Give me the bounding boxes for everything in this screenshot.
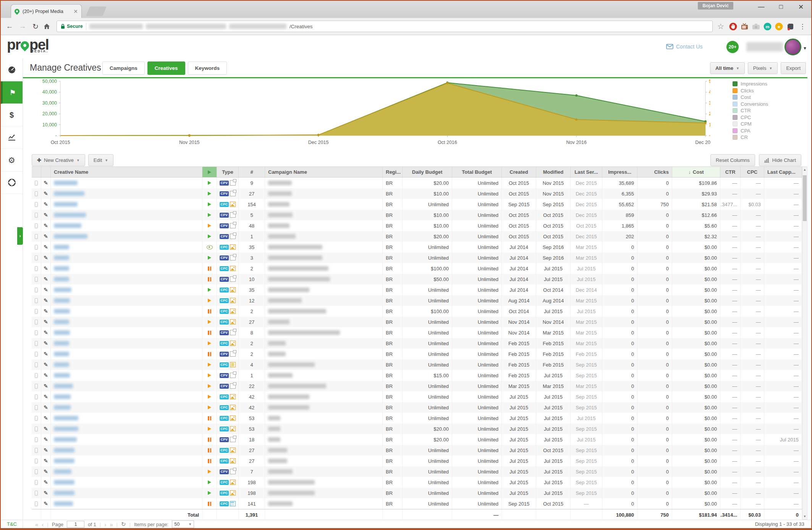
table-row[interactable]: ✎CPC53BR$20.00UnlimitedJul 2015Jul 2015S… [32,423,802,434]
row-edit-button[interactable]: ✎ [41,252,51,263]
evernote-extension-icon[interactable] [786,22,794,31]
legend-item-clicks[interactable]: Clicks [733,87,768,94]
column-header-daily[interactable]: Daily Budget [403,167,452,177]
row-status[interactable] [202,284,217,295]
table-row[interactable]: ✎CPC27BRUnlimitedUnlimitedNov 2014Nov 20… [32,317,802,327]
column-header-edit[interactable] [41,167,51,177]
row-status[interactable] [202,349,217,359]
column-header-ctr[interactable]: CTR [720,167,741,177]
campaign-name-redacted[interactable] [265,370,383,381]
row-status[interactable] [202,274,217,284]
row-edit-button[interactable]: ✎ [41,370,51,381]
column-header-total[interactable]: Total Budget [452,167,502,177]
row-edit-button[interactable]: ✎ [41,295,51,306]
row-status[interactable] [202,498,217,509]
campaign-name-redacted[interactable] [265,188,383,199]
row-edit-button[interactable]: ✎ [41,359,51,370]
legend-item-impressions[interactable]: Impressions [733,81,768,87]
creative-name-redacted[interactable] [51,210,202,220]
row-status[interactable] [202,178,217,188]
row-edit-button[interactable]: ✎ [41,199,51,210]
chart-canvas[interactable]: 50,00040,00030,00020,00010,000-500400300… [23,78,710,152]
scroll-down-icon[interactable]: ▼ [802,515,807,518]
last-page-icon[interactable]: » [110,521,113,528]
legend-item-cpa[interactable]: CPA [733,128,768,134]
creative-name-redacted[interactable] [51,220,202,231]
campaign-name-redacted[interactable] [265,317,383,327]
campaign-name-redacted[interactable] [265,220,383,231]
table-row[interactable]: ✎CPC198BRUnlimitedUnlimitedJul 2015Jul 2… [32,488,802,498]
sidebar-item-support[interactable] [1,171,23,194]
row-edit-button[interactable]: ✎ [41,263,51,274]
row-status[interactable] [202,210,217,220]
table-row[interactable]: ✎CPV48BR$10.00UnlimitedOct 2015Oct 2015O… [32,220,802,231]
new-tab-button[interactable] [86,6,107,16]
table-row[interactable]: ✎CPV1BR$15.00UnlimitedFeb 2015Jul 2015Se… [32,370,802,381]
creative-name-redacted[interactable] [51,338,202,349]
notification-badge[interactable]: 20+ [726,41,739,53]
row-checkbox[interactable] [32,466,41,477]
creative-name-redacted[interactable] [51,402,202,413]
row-status[interactable] [202,295,217,306]
row-edit-button[interactable]: ✎ [41,178,51,188]
row-edit-button[interactable]: ✎ [41,445,51,456]
row-checkbox[interactable] [32,498,41,509]
adblock-extension-icon[interactable] [729,22,737,31]
table-row[interactable]: ✎CPV3BRUnlimitedUnlimitedJul 2014Sep 201… [32,252,802,263]
table-row[interactable]: ✎CPV9BR$20.00UnlimitedOct 2015Nov 2015De… [32,178,802,188]
campaign-name-redacted[interactable] [265,242,383,252]
campaign-name-redacted[interactable] [265,402,383,413]
row-edit-button[interactable]: ✎ [41,456,51,466]
row-edit-button[interactable]: ✎ [41,188,51,199]
campaign-name-redacted[interactable] [265,413,383,423]
row-status[interactable] [202,338,217,349]
column-header-cpc[interactable]: CPC [741,167,764,177]
row-edit-button[interactable]: ✎ [41,242,51,252]
creative-name-redacted[interactable] [51,188,202,199]
sidebar-item-creatives[interactable]: ⚑ [1,81,23,104]
row-edit-button[interactable]: ✎ [41,434,51,445]
row-checkbox[interactable] [32,199,41,210]
row-edit-button[interactable]: ✎ [41,477,51,488]
row-status[interactable] [202,188,217,199]
column-header-impress[interactable]: Impress... [602,167,637,177]
row-checkbox[interactable] [32,306,41,317]
page-input[interactable]: 1 [67,521,84,528]
row-status[interactable] [202,306,217,317]
column-header-lastser[interactable]: Last Ser... [571,167,602,177]
reload-icon[interactable]: ↻ [31,22,40,31]
secure-lock-icon[interactable]: Secure [61,24,83,29]
table-scrollbar[interactable]: ▲ ▼ [802,166,807,520]
row-checkbox[interactable] [32,252,41,263]
date-range-button[interactable]: All time▼ [710,62,745,74]
table-row[interactable]: ✎CPC4BRUnlimitedUnlimitedFeb 2015Feb 201… [32,359,802,370]
campaign-name-redacted[interactable] [265,252,383,263]
back-icon[interactable]: ← [5,22,15,31]
home-icon[interactable] [44,23,53,29]
campaign-name-redacted[interactable] [265,327,383,338]
row-status[interactable] [202,402,217,413]
row-status[interactable] [202,263,217,274]
creative-name-redacted[interactable] [51,242,202,252]
row-checkbox[interactable] [32,456,41,466]
row-status[interactable] [202,242,217,252]
sidebar-item-settings[interactable]: ⚙ [1,149,23,171]
window-minimize-button[interactable]: — [755,3,767,11]
table-row[interactable]: ✎CPC53BRUnlimitedUnlimitedJul 2015Jul 20… [32,413,802,423]
table-row[interactable]: ✎CPV5BR$10.00UnlimitedOct 2015Oct 2015De… [32,210,802,220]
column-header-status[interactable] [202,167,217,177]
campaign-name-redacted[interactable] [265,349,383,359]
row-status[interactable] [202,423,217,434]
campaign-name-redacted[interactable] [265,381,383,391]
star-badge-extension-icon[interactable]: ★ [775,22,783,31]
creative-name-redacted[interactable] [51,284,202,295]
row-status[interactable] [202,477,217,488]
row-checkbox[interactable] [32,434,41,445]
sidebar-item-dashboard[interactable] [1,59,23,81]
campaign-name-redacted[interactable] [265,263,383,274]
row-checkbox[interactable] [32,423,41,434]
row-edit-button[interactable]: ✎ [41,284,51,295]
legend-item-cost[interactable]: Cost [733,94,768,101]
row-status[interactable] [202,391,217,402]
m-extension-icon[interactable]: m [763,22,772,31]
